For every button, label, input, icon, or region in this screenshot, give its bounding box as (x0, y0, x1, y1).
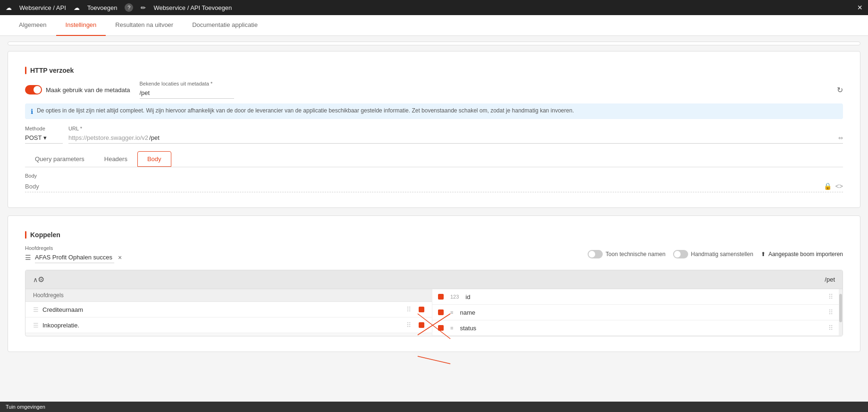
method-select[interactable]: POST ▾ (25, 132, 63, 144)
info-row: ℹ De opties in de lijst zijn niet altijd… (25, 103, 843, 119)
metadata-toggle[interactable] (25, 85, 42, 94)
body-label: Body (25, 173, 843, 179)
tree-section-label: Hoofdregels (25, 289, 432, 302)
body-input-row: 🔒 <> (25, 180, 843, 192)
toggle-group: Maak gebruik van de metadata (25, 85, 130, 94)
url-expand-icon[interactable]: ⇔ (838, 135, 843, 141)
import-button[interactable]: ⬆ Aangepaste boom importeren (761, 251, 843, 258)
help-button[interactable]: ? (125, 3, 133, 12)
right-connector-id (438, 294, 444, 300)
row-label: Inkooprelatie. (42, 322, 403, 329)
left-connector-2 (419, 322, 424, 328)
right-row-label-status: status (460, 325, 825, 332)
title-bar: ☁ Webservice / API ☁ Toevoegen ? ✏ Webse… (0, 0, 868, 15)
technische-namen-toggle-group: Toon technische namen (588, 250, 666, 258)
tab-headers[interactable]: Headers (94, 151, 137, 167)
tab-instellingen[interactable]: Instellingen (56, 15, 106, 36)
edit-title-label: Webservice / API Toevoegen (153, 4, 232, 11)
id-type-icon: 123 (450, 294, 459, 300)
scrollbar-right[interactable] (839, 289, 843, 336)
metadata-toggle-label: Maak gebruik van de metadata (46, 86, 130, 94)
hoofdregels-input-row: ☰ × (25, 252, 122, 263)
hoofdregels-label: Hoofdregels (25, 245, 122, 251)
hamburger-row-icon: ☰ (33, 306, 39, 313)
table-row: ☰ Crediteurnaam ⠿ (25, 302, 432, 318)
bottom-label: Tuin omgevingen (6, 404, 45, 410)
url-group: URL * https://petstore.swagger.io/v2 /pe… (68, 126, 843, 144)
body-icons: 🔒 <> (824, 182, 843, 190)
right-row-label-name: name (460, 309, 825, 316)
metadata-row: Maak gebruik van de metadata Bekende loc… (25, 81, 843, 99)
handmatig-toggle[interactable] (673, 250, 688, 258)
right-drag-icon-id[interactable]: ⠿ (828, 293, 833, 300)
scrollbar-thumb (839, 294, 842, 322)
table-row: ☰ Inkooprelatie. ⠿ (25, 318, 432, 333)
url-row: https://petstore.swagger.io/v2 /pet ⇔ (68, 132, 843, 144)
row-left: ☰ Crediteurnaam (33, 306, 403, 313)
method-label: Methode (25, 126, 63, 131)
bottom-bar: Tuin omgevingen (0, 402, 868, 412)
import-label: Aangepaste boom importeren (768, 251, 843, 258)
row-drag-icon[interactable]: ⠿ (406, 306, 411, 313)
right-drag-icon-name[interactable]: ⠿ (828, 309, 833, 316)
list-item: 123 id ⠿ (432, 289, 839, 305)
koppelen-section: Koppelen Hoofdregels ☰ × (8, 215, 860, 352)
tab-body[interactable]: Body (137, 151, 171, 167)
tree-header: ∧ ⚙ /pet (25, 270, 843, 289)
upload-icon: ⬆ (761, 251, 766, 258)
info-text: De opties in de lijst zijn niet altijd c… (37, 107, 574, 114)
bekende-locaties-group: Bekende locaties uit metadata * (140, 81, 828, 99)
http-section: HTTP verzoek Maak gebruik van de metadat… (8, 51, 860, 208)
tree-header-left: ∧ (33, 276, 38, 283)
toevoegen-label: Toevoegen (87, 4, 118, 11)
url-path: /pet (148, 132, 160, 143)
tree-area: ∧ ⚙ /pet Hoofdregels ☰ (25, 270, 843, 336)
inner-tabs: Query parameters Headers Body (25, 151, 843, 167)
row-left: ☰ Inkooprelatie. (33, 322, 403, 329)
hamburger-icon: ☰ (25, 254, 31, 261)
http-section-title: HTTP verzoek (25, 67, 843, 74)
row-drag-icon[interactable]: ⠿ (406, 321, 411, 329)
right-drag-icon-status[interactable]: ⠿ (828, 324, 833, 332)
hoofdregels-input[interactable] (35, 252, 114, 263)
method-url-row: Methode POST ▾ URL * https://petstore.sw… (25, 126, 843, 144)
tab-query-parameters[interactable]: Query parameters (25, 151, 94, 167)
toevoegen-icon: ☁ (74, 4, 80, 11)
technische-namen-label: Toon technische namen (606, 251, 666, 258)
right-controls: Toon technische namen Handmatig samenste… (588, 250, 843, 258)
main-content: HTTP verzoek Maak gebruik van de metadat… (0, 36, 868, 412)
refresh-button[interactable]: ↻ (837, 86, 843, 94)
right-connector-status (438, 325, 444, 331)
status-type-icon: ≡ (450, 325, 453, 331)
method-group: Methode POST ▾ (25, 126, 63, 144)
left-tree: Hoofdregels ☰ Crediteurnaam ⠿ (25, 289, 432, 336)
tab-resultaten[interactable]: Resultaten na uitvoer (106, 15, 183, 36)
tree-mapping-container: Hoofdregels ☰ Crediteurnaam ⠿ (25, 289, 843, 336)
webservice-icon: ☁ (6, 4, 12, 11)
gear-icon[interactable]: ⚙ (38, 275, 44, 284)
list-item: ≡ status ⠿ (432, 320, 839, 336)
tab-algemeen[interactable]: Algemeen (9, 15, 56, 36)
webservice-label: Webservice / API (19, 4, 66, 11)
url-base: https://petstore.swagger.io/v2 (68, 132, 148, 143)
bekende-locaties-label: Bekende locaties uit metadata * (140, 81, 828, 86)
hoofdregels-row: Hoofdregels ☰ × Toon technische namen (25, 245, 843, 263)
handmatig-label: Handmatig samenstellen (691, 251, 753, 258)
technische-namen-toggle[interactable] (588, 250, 603, 258)
body-input[interactable] (25, 183, 824, 190)
hoofdregels-close-button[interactable]: × (118, 254, 122, 261)
method-value: POST (25, 134, 42, 141)
list-item: ≡ name ⠿ (432, 305, 839, 320)
pencil-icon: ✏ (141, 4, 146, 11)
tab-documentatie[interactable]: Documentatie applicatie (183, 15, 267, 36)
top-nav: Algemeen Instellingen Resultaten na uitv… (0, 15, 868, 36)
svg-line-2 (418, 356, 450, 364)
body-area: Body 🔒 <> (25, 173, 843, 192)
close-button[interactable]: × (857, 3, 862, 13)
row-label: Crediteurnaam (42, 306, 403, 313)
bekende-locaties-input[interactable] (140, 87, 234, 99)
tree-collapse-button[interactable]: ∧ (33, 276, 38, 283)
method-chevron-icon: ▾ (43, 134, 47, 141)
scroll-indicator (8, 42, 860, 45)
koppelen-section-title: Koppelen (25, 231, 843, 239)
